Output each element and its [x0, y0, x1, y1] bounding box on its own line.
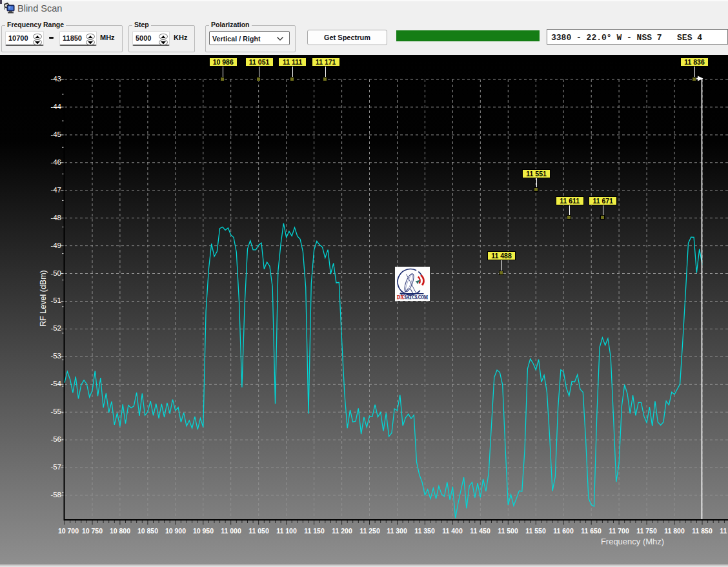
svg-text:DX: DX — [397, 294, 404, 300]
svg-text:SATCS.COM: SATCS.COM — [405, 294, 429, 300]
